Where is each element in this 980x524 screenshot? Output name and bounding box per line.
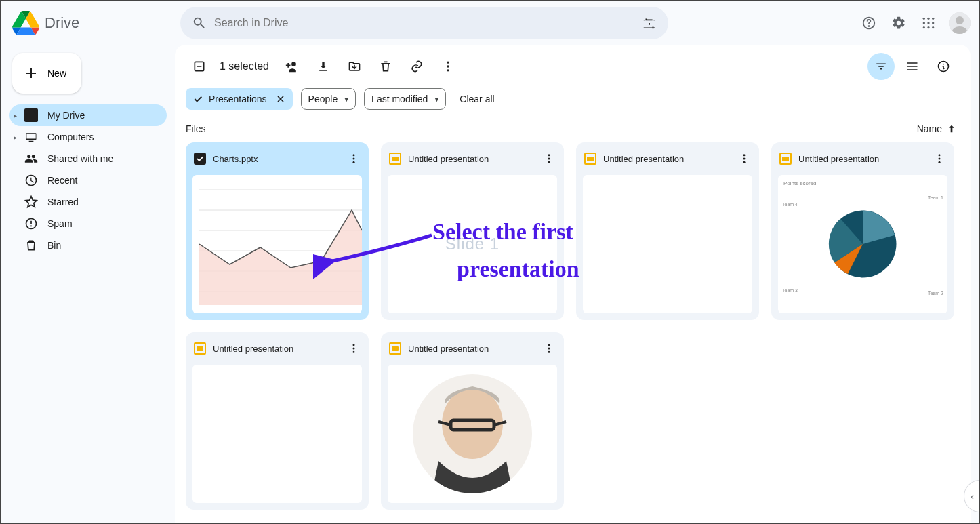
svg-point-6 bbox=[927, 22, 929, 24]
new-button[interactable]: New bbox=[12, 53, 81, 94]
share-person-icon[interactable] bbox=[279, 53, 306, 80]
chevron-right-icon[interactable]: ▸ bbox=[14, 134, 17, 141]
chip-modified[interactable]: Last modified ▼ bbox=[364, 88, 446, 110]
account-avatar[interactable] bbox=[949, 12, 971, 34]
svg-point-33 bbox=[743, 161, 746, 163]
sidebar-item-label: Starred bbox=[47, 197, 79, 207]
sort-by-name[interactable]: Name bbox=[917, 123, 957, 134]
file-card[interactable]: Untitled presentation bbox=[381, 332, 564, 510]
filter-list-icon[interactable] bbox=[867, 53, 895, 80]
more-vert-icon[interactable] bbox=[538, 338, 560, 359]
svg-point-40 bbox=[353, 351, 355, 353]
file-card[interactable]: Untitled presentation Points scored Team… bbox=[771, 142, 954, 320]
files-header-row: Files Name bbox=[175, 118, 971, 137]
sidebar-item-bin[interactable]: Bin bbox=[9, 235, 167, 256]
selection-count: 1 selected bbox=[220, 60, 269, 73]
search-input[interactable] bbox=[213, 7, 636, 39]
more-vert-icon[interactable] bbox=[343, 338, 365, 359]
thumbnail-slide-text: Slide 1 bbox=[388, 175, 557, 313]
svg-point-15 bbox=[447, 62, 449, 64]
slides-file-icon bbox=[779, 153, 792, 165]
file-name: Untitled presentation bbox=[408, 344, 531, 354]
help-icon[interactable] bbox=[855, 9, 882, 37]
sidebar-item-starred[interactable]: Starred bbox=[9, 191, 167, 213]
svg-point-8 bbox=[923, 26, 925, 28]
download-icon[interactable] bbox=[310, 53, 337, 80]
move-to-folder-icon[interactable] bbox=[341, 53, 368, 80]
slides-file-icon bbox=[194, 342, 206, 355]
logo-block[interactable]: Drive bbox=[12, 9, 175, 37]
file-card[interactable]: Untitled presentation bbox=[186, 332, 369, 510]
file-name: Untitled presentation bbox=[408, 154, 531, 164]
svg-point-20 bbox=[353, 158, 355, 160]
chip-people[interactable]: People ▼ bbox=[301, 88, 356, 110]
files-section-label: Files bbox=[186, 123, 206, 134]
svg-point-35 bbox=[939, 158, 941, 160]
svg-point-30 bbox=[548, 161, 550, 163]
filter-chips: Presentations People ▼ Last modified ▼ C… bbox=[175, 88, 971, 118]
settings-gear-icon[interactable] bbox=[885, 9, 912, 37]
svg-point-9 bbox=[927, 26, 929, 28]
sidebar-item-label: Shared with me bbox=[47, 153, 113, 164]
caret-down-icon: ▼ bbox=[343, 96, 350, 103]
svg-point-38 bbox=[353, 344, 355, 346]
apps-grid-icon[interactable] bbox=[915, 9, 942, 37]
search-bar[interactable] bbox=[180, 7, 668, 39]
svg-point-7 bbox=[932, 22, 934, 24]
search-icon[interactable] bbox=[186, 9, 213, 37]
clear-all-button[interactable]: Clear all bbox=[460, 94, 494, 104]
copy-link-icon[interactable] bbox=[403, 53, 430, 80]
thumbnail-portrait bbox=[388, 365, 557, 503]
chip-label: People bbox=[308, 94, 338, 104]
file-card[interactable]: Untitled presentation Slide 1 bbox=[381, 142, 564, 320]
svg-point-39 bbox=[353, 348, 355, 350]
sidebar-item-my-drive[interactable]: ▸ My Drive bbox=[9, 104, 167, 126]
checkbox-checked-icon[interactable] bbox=[194, 153, 206, 165]
svg-point-28 bbox=[548, 154, 550, 156]
more-vert-icon[interactable] bbox=[343, 148, 365, 169]
caret-down-icon: ▼ bbox=[433, 96, 440, 103]
file-name: Charts.pptx bbox=[213, 154, 336, 164]
files-grid: Charts.pptx bbox=[175, 137, 971, 510]
close-icon[interactable] bbox=[272, 91, 289, 107]
more-vert-icon[interactable] bbox=[434, 53, 462, 80]
app-header: Drive bbox=[1, 1, 979, 45]
more-vert-icon[interactable] bbox=[538, 148, 560, 169]
search-options-icon[interactable] bbox=[636, 9, 663, 37]
svg-point-12 bbox=[956, 16, 964, 24]
file-name: Untitled presentation bbox=[213, 344, 336, 354]
thumbnail-pie-chart: Points scored Team 4 Team 1 Team 3 Team … bbox=[778, 175, 947, 313]
sidebar-item-label: Spam bbox=[47, 218, 73, 229]
more-vert-icon[interactable] bbox=[733, 148, 755, 169]
new-button-label: New bbox=[47, 68, 66, 79]
sort-column-label: Name bbox=[917, 123, 942, 134]
chip-type[interactable]: Presentations bbox=[186, 88, 293, 110]
trash-icon[interactable] bbox=[372, 53, 399, 80]
sidebar-item-computers[interactable]: ▸ Computers bbox=[9, 126, 167, 148]
sidebar-item-label: Bin bbox=[47, 240, 61, 251]
info-icon[interactable] bbox=[930, 53, 957, 80]
thumbnail-blank bbox=[192, 365, 362, 503]
more-vert-icon[interactable] bbox=[928, 148, 950, 169]
sidebar-item-label: Computers bbox=[47, 132, 94, 142]
svg-point-32 bbox=[743, 158, 746, 160]
slides-file-icon bbox=[389, 342, 401, 355]
chevron-right-icon[interactable]: ▸ bbox=[14, 112, 17, 119]
svg-point-34 bbox=[939, 154, 941, 156]
sidebar-item-label: Recent bbox=[47, 175, 77, 186]
file-card[interactable]: Charts.pptx bbox=[186, 142, 369, 320]
sidebar-item-recent[interactable]: Recent bbox=[9, 169, 167, 191]
list-view-icon[interactable] bbox=[899, 53, 926, 80]
deselect-icon[interactable] bbox=[186, 53, 213, 80]
chip-label: Presentations bbox=[209, 94, 267, 104]
file-card[interactable]: Untitled presentation bbox=[576, 142, 759, 320]
slides-file-icon bbox=[584, 153, 596, 165]
selection-toolbar: 1 selected bbox=[175, 45, 971, 88]
svg-point-16 bbox=[447, 65, 449, 67]
sidebar-item-spam[interactable]: Spam bbox=[9, 213, 167, 235]
sidebar-item-label: My Drive bbox=[47, 110, 85, 121]
svg-point-21 bbox=[353, 161, 355, 163]
svg-point-1 bbox=[869, 26, 870, 26]
sidebar-item-shared[interactable]: Shared with me bbox=[9, 148, 167, 169]
svg-point-2 bbox=[923, 18, 925, 20]
